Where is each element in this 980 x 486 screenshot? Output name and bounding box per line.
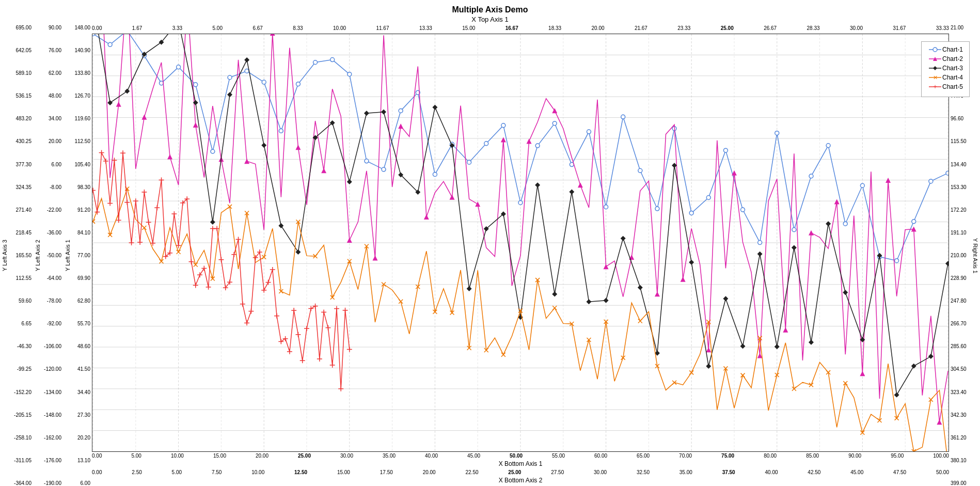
x-tick-label: 31.67	[893, 25, 906, 34]
y-tick-label: 148.00	[72, 25, 90, 30]
legend-label: Chart-5	[942, 83, 963, 90]
y-tick-label: 20.20	[72, 435, 90, 441]
legend-label: Chart-3	[942, 65, 963, 72]
svg-point-62	[433, 173, 437, 177]
svg-point-42	[92, 34, 95, 36]
x-tick-label: 3.33	[172, 25, 182, 34]
legend-item: Chart-2	[928, 55, 963, 62]
y-tick-label: -364.00	[9, 481, 31, 486]
y-tick-label: -134.00	[42, 390, 61, 395]
svg-point-64	[467, 160, 471, 164]
x-tick-label: 30.00	[340, 453, 353, 460]
x-tick-label: 10.00	[171, 453, 184, 460]
legend-icon	[928, 46, 942, 53]
x-tick-label: 90.00	[848, 453, 861, 460]
x-tick-label: 55.00	[552, 453, 565, 460]
svg-marker-117	[706, 347, 711, 352]
y-left-2-ticks: 90.0076.0062.0048.0034.0020.006.00-8.00-…	[42, 25, 63, 486]
y-tick-label: 62.80	[72, 299, 90, 304]
svg-marker-169	[809, 340, 814, 345]
x-tick-label: 40.00	[765, 469, 778, 477]
svg-marker-174	[894, 393, 899, 398]
x-tick-label: 15.00	[337, 469, 350, 477]
y-tick-label: -258.10	[9, 435, 31, 441]
svg-marker-156	[586, 299, 591, 304]
y-left-3-ticks: 695.00642.05589.10536.15483.20430.25377.…	[9, 25, 33, 486]
y-right-axis-1-label: Y Right Axis 1	[971, 25, 980, 486]
svg-marker-138	[278, 223, 283, 228]
y-left-axis-1-label: Y Left Axis 1	[63, 25, 72, 486]
y-tick-label: -162.00	[42, 435, 61, 441]
y-tick-label: 21.00	[951, 25, 969, 30]
svg-marker-104	[373, 256, 378, 261]
x-tick-label: 5.00	[131, 453, 141, 460]
svg-point-74	[638, 168, 642, 173]
y-tick-label: -120.00	[42, 367, 61, 372]
svg-marker-166	[757, 252, 763, 257]
y-tick-label: 34.40	[72, 390, 90, 395]
y-tick-label: 304.50	[951, 367, 969, 372]
x-tick-label: 7.50	[212, 469, 222, 477]
y-tick-label: 247.80	[951, 299, 969, 304]
x-tick-label: 21.67	[635, 25, 647, 34]
svg-marker-112	[578, 182, 583, 187]
x-tick-label: 25.00	[508, 469, 521, 477]
legend-item: ✕Chart-4	[928, 74, 963, 81]
svg-point-84	[809, 174, 813, 178]
x-tick-label: 2.50	[132, 469, 141, 477]
x-tick-label: 10.00	[333, 25, 346, 34]
y-tick-label: 34.00	[42, 116, 61, 121]
y-tick-label: 218.45	[9, 230, 31, 236]
svg-point-73	[621, 115, 625, 119]
y-tick-label: 430.25	[9, 139, 31, 144]
y-tick-label: 324.35	[9, 185, 31, 190]
x-tick-label: 60.00	[594, 453, 607, 460]
y-tick-label: 13.10	[72, 458, 90, 463]
y-left-axis-2-label: Y Left Axis 2	[33, 25, 42, 486]
y-tick-label: -311.05	[9, 458, 31, 463]
y-tick-label: 134.40	[951, 162, 969, 167]
svg-marker-177	[945, 261, 949, 266]
x-tick-label: 6.67	[252, 25, 262, 34]
y-tick-label: 695.00	[9, 25, 31, 30]
svg-marker-121	[809, 230, 814, 236]
svg-point-79	[723, 148, 728, 152]
x-tick-label: 35.00	[383, 453, 396, 460]
svg-point-68	[535, 144, 540, 148]
svg-marker-123	[860, 371, 865, 376]
svg-point-59	[382, 167, 386, 171]
x-tick-label: 95.00	[891, 453, 904, 460]
plot-svg	[92, 34, 949, 451]
x-tick-label: 26.67	[764, 25, 777, 34]
svg-text:✕: ✕	[932, 74, 937, 81]
y-tick-label: 228.90	[951, 276, 969, 281]
x-tick-label: 8.33	[293, 25, 303, 34]
legend-label: Chart-1	[942, 46, 963, 53]
svg-marker-111	[552, 108, 557, 113]
y-tick-label: -36.00	[42, 230, 61, 236]
x-tick-label: 12.50	[294, 469, 307, 477]
y-tick-label: 361.20	[951, 435, 969, 441]
x-tick-label: 20.00	[592, 25, 605, 34]
x-tick-label: 40.00	[425, 453, 438, 460]
svg-point-87	[860, 183, 864, 187]
y-tick-label: 105.40	[72, 162, 90, 167]
y-tick-label: 76.00	[42, 48, 61, 53]
svg-point-92	[946, 171, 949, 175]
x-tick-label: 75.00	[721, 453, 734, 460]
svg-point-48	[194, 83, 198, 87]
svg-marker-106	[424, 214, 429, 220]
y-tick-label: 27.30	[72, 413, 90, 418]
x-tick-label: 100.00	[933, 453, 949, 460]
svg-marker-155	[569, 189, 574, 194]
svg-marker-136	[244, 57, 249, 62]
y-left-labels: Y Left Axis 3 695.00642.05589.10536.1548…	[0, 25, 92, 486]
svg-marker-162	[689, 260, 694, 265]
y-tick-label: 55.70	[72, 321, 90, 326]
y-tick-label: 380.10	[951, 458, 969, 463]
y-tick-label: -148.00	[42, 413, 61, 418]
y-tick-label: 133.80	[72, 71, 90, 76]
x-tick-label: 45.00	[467, 453, 480, 460]
x-tick-label: 32.50	[637, 469, 650, 477]
svg-point-91	[929, 179, 933, 183]
